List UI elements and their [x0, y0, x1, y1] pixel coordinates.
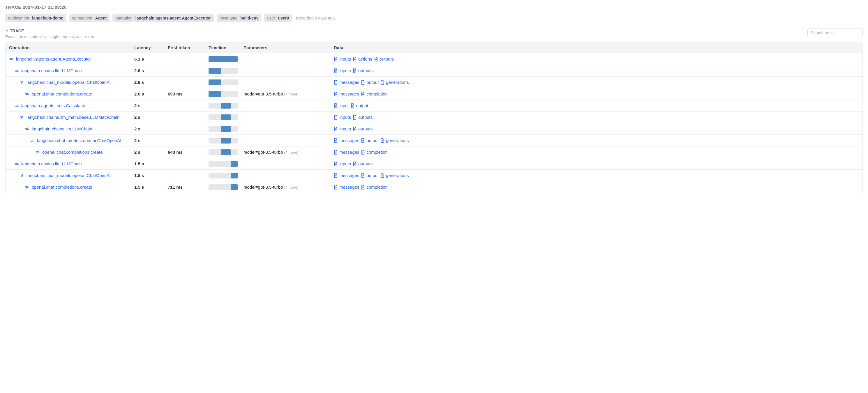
data-link[interactable]: outputs	[353, 68, 373, 73]
timeline-bar	[221, 138, 231, 143]
operation-cell[interactable]: langchain.chat_models.openai.ChatOpenAI	[9, 173, 134, 178]
parameters-cell: model=gpt-3.5-turbo(4 more)	[244, 150, 334, 155]
data-link[interactable]: outputs	[374, 57, 394, 61]
operation-cell[interactable]: openai.chat.completions.create	[9, 185, 134, 190]
data-link[interactable]: input	[334, 103, 349, 108]
swap-icon	[14, 103, 19, 108]
swap-icon	[30, 138, 35, 143]
operation-cell[interactable]: openai.chat.completions.create	[9, 150, 134, 155]
operation-cell[interactable]: langchain.chains.llm.LLMChain	[9, 161, 134, 166]
data-link-label: messages	[339, 91, 359, 96]
data-link[interactable]: completion	[361, 185, 388, 190]
operation-cell[interactable]: langchain.agents.tools.Calculator	[9, 103, 134, 108]
search-input[interactable]	[807, 29, 863, 37]
data-cell: inputsoutputs	[334, 161, 859, 166]
page-title: TRACE 2024-01-17 11:03:20	[5, 5, 863, 10]
data-link[interactable]: output	[361, 138, 379, 143]
data-link[interactable]: outputs	[353, 161, 373, 166]
timeline-bar	[231, 161, 238, 167]
data-link[interactable]: outputs	[353, 126, 373, 131]
data-link-label: inputs	[339, 68, 351, 73]
timeline-bar-track	[209, 91, 238, 97]
swap-icon	[25, 127, 29, 131]
data-cell: messagescompletion	[334, 150, 859, 155]
timeline-bar	[221, 103, 231, 108]
data-link[interactable]: output	[351, 103, 369, 108]
operation-cell[interactable]: langchain.chains.llm.LLMChain	[9, 68, 134, 73]
timeline-bar-track	[209, 114, 238, 120]
data-link[interactable]: generations	[380, 80, 409, 85]
document-icon	[353, 162, 357, 166]
tag-value: langchain-demo	[32, 15, 63, 21]
timeline-bar	[209, 91, 221, 97]
operation-cell[interactable]: langchain.chat_models.openai.ChatOpenAI	[9, 80, 134, 85]
data-link-label: inputs	[339, 126, 351, 131]
operation-name: langchain.agents.tools.Calculator	[21, 103, 86, 108]
timeline-bar-track	[209, 173, 238, 178]
tag[interactable]: operation:langchain.agents.agent.AgentEx…	[113, 14, 214, 22]
operation-cell[interactable]: langchain.agents.agent.AgentExecutor	[9, 57, 134, 61]
data-link[interactable]: outputs	[353, 115, 373, 120]
timeline-bar-track	[209, 56, 238, 62]
data-link-label: inputs	[339, 57, 351, 61]
param-more[interactable]: (4 more)	[284, 92, 299, 96]
data-link-label: generations	[386, 138, 409, 143]
table-row: langchain.chains.llm_math.base.LLMMathCh…	[5, 111, 863, 123]
operation-name: langchain.chains.llm.LLMChain	[21, 161, 82, 166]
data-link[interactable]: messages	[334, 80, 359, 85]
data-link[interactable]: messages	[334, 173, 359, 178]
document-icon	[353, 68, 357, 73]
tag-value: Agent	[95, 15, 107, 21]
tag[interactable]: deployment:langchain-demo	[5, 14, 66, 22]
operation-cell[interactable]: openai.chat.completions.create	[9, 91, 134, 96]
data-link[interactable]: messages	[334, 150, 359, 155]
data-link-label: outputs	[379, 57, 394, 61]
operation-cell[interactable]: langchain.chat_models.openai.ChatOpenAI	[9, 138, 134, 143]
data-link[interactable]: inputs	[334, 68, 351, 73]
document-icon	[353, 57, 357, 61]
timeline-bar-track	[209, 126, 238, 132]
data-link[interactable]: completion	[361, 150, 388, 155]
data-link-label: outputs	[358, 68, 373, 73]
document-icon	[361, 80, 365, 85]
tag[interactable]: component:Agent	[69, 14, 110, 22]
table-header: Operation Latency First token Timeline P…	[5, 42, 863, 53]
document-icon	[380, 138, 384, 143]
data-link-label: messages	[339, 80, 359, 85]
data-link[interactable]: output	[361, 173, 379, 178]
swap-icon	[14, 68, 19, 73]
document-icon	[380, 173, 384, 178]
param-more[interactable]: (4 more)	[284, 150, 299, 155]
data-link[interactable]: inputs	[334, 57, 351, 61]
latency-value: 2.6 s	[134, 91, 168, 96]
data-link[interactable]: messages	[334, 185, 359, 190]
data-link-label: actions	[358, 57, 372, 61]
document-icon	[353, 127, 357, 131]
data-link[interactable]: generations	[380, 173, 409, 178]
operation-cell[interactable]: langchain.chains.llm_math.base.LLMMathCh…	[9, 115, 134, 120]
data-link[interactable]: output	[361, 80, 379, 85]
document-icon	[334, 115, 338, 120]
data-link[interactable]: messages	[334, 91, 359, 96]
data-link[interactable]: inputs	[334, 161, 351, 166]
latency-value: 1.5 s	[134, 185, 168, 190]
tag[interactable]: hostname:build-env	[217, 14, 261, 22]
col-parameters: Parameters	[244, 45, 334, 50]
latency-value: 2 s	[134, 103, 168, 108]
tag[interactable]: user:user9	[264, 14, 291, 22]
timeline-bar-track	[209, 161, 238, 167]
param-more[interactable]: (4 more)	[284, 185, 299, 190]
document-icon	[361, 150, 365, 155]
operation-name: langchain.chat_models.openai.ChatOpenAI	[37, 138, 121, 143]
timeline-bar	[209, 68, 221, 74]
data-link[interactable]: generations	[380, 138, 409, 143]
section-toggle[interactable]: TRACE	[5, 29, 95, 33]
data-link[interactable]: inputs	[334, 126, 351, 131]
data-link[interactable]: completion	[361, 91, 388, 96]
data-link[interactable]: messages	[334, 138, 359, 143]
data-link[interactable]: actions	[353, 57, 372, 61]
operation-cell[interactable]: langchain.chains.llm.LLMChain	[9, 126, 134, 131]
document-icon	[334, 92, 338, 96]
data-link[interactable]: inputs	[334, 115, 351, 120]
data-link-label: inputs	[339, 161, 351, 166]
